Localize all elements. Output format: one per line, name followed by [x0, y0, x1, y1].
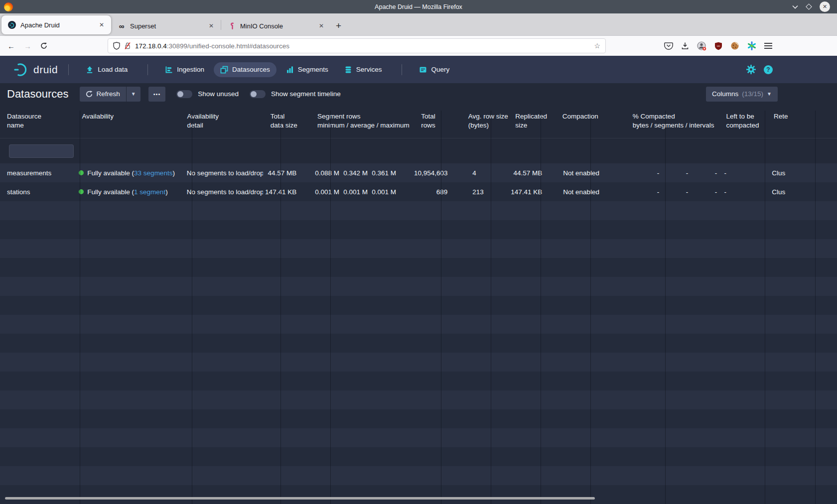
tab-minio-console[interactable]: MinIO Console ✕	[221, 16, 331, 35]
nav-item-query[interactable]: Query	[413, 62, 456, 77]
col-header-replicated-size[interactable]: Replicatedsize	[508, 105, 555, 138]
col-header-availability-detail[interactable]: Availabilitydetail	[180, 105, 263, 138]
tracking-shield-icon[interactable]	[113, 42, 120, 50]
toggle-label: Show unused	[198, 90, 239, 98]
window-titlebar: Apache Druid — Mozilla Firefox ✕	[0, 0, 837, 13]
url-toolbar: ← → 172.18.0.4:30899/unified-console.htm…	[0, 35, 837, 56]
table-filter-row	[0, 138, 837, 163]
col-header-segment-rows[interactable]: Segment rowsminimum / average / maximum	[310, 105, 414, 138]
window-close-icon[interactable]: ✕	[820, 1, 830, 12]
cell-replicated-size: 44.57 MB	[509, 169, 556, 177]
nav-item-ingestion[interactable]: Ingestion	[158, 62, 211, 77]
nav-item-label: Segments	[298, 66, 328, 73]
nav-item-services[interactable]: Services	[338, 62, 389, 77]
cell-datasource-name[interactable]: measurements	[0, 169, 75, 177]
downloads-icon[interactable]	[681, 42, 689, 50]
col-header-avg-row-size[interactable]: Avg. row size(bytes)	[461, 105, 508, 138]
account-icon[interactable]	[697, 41, 706, 51]
nav-item-load-data[interactable]: Load data	[79, 62, 134, 77]
toggle-track[interactable]	[250, 90, 266, 98]
table-row-stations[interactable]: stations Fully available (1 segment) No …	[0, 182, 837, 201]
nav-item-label: Load data	[98, 66, 128, 73]
minio-favicon	[228, 22, 236, 30]
cell-availability: Fully available (33 segments)	[75, 169, 180, 177]
cell-replicated-size: 147.41 KB	[509, 188, 556, 196]
cell-retention: Clus	[767, 169, 837, 177]
refresh-button[interactable]: Refresh	[80, 87, 126, 102]
ublock-icon[interactable]: uo	[714, 42, 722, 50]
svg-text:uo: uo	[717, 44, 720, 47]
cell-compaction: Not enabled	[556, 188, 626, 196]
ingestion-icon	[165, 66, 173, 74]
cell-availability-detail: No segments to load/drop	[180, 188, 263, 196]
back-button[interactable]: ←	[3, 42, 19, 50]
cell-total-rows: 10,954,603	[414, 169, 461, 177]
segments-link[interactable]: 33 segments	[134, 169, 172, 177]
col-header-compaction[interactable]: Compaction	[556, 105, 626, 138]
columns-label: Columns	[712, 90, 738, 98]
tab-close-icon[interactable]: ✕	[207, 21, 216, 30]
show-unused-toggle[interactable]: Show unused	[176, 90, 239, 98]
cell-datasource-name[interactable]: stations	[0, 188, 75, 196]
segments-link[interactable]: 1 segment	[134, 188, 165, 196]
availability-text: Fully available (33 segments)	[87, 169, 175, 177]
tab-close-icon[interactable]: ✕	[317, 21, 326, 30]
services-icon	[344, 66, 352, 74]
col-header-total-data-size[interactable]: Totaldata size	[264, 105, 310, 138]
nav-item-label: Query	[431, 66, 449, 73]
toggle-label: Show segment timeline	[271, 90, 341, 98]
more-actions-button[interactable]: •••	[148, 87, 166, 102]
cell-left-to-be-compacted: -	[719, 188, 767, 196]
table-row-measurements[interactable]: measurements Fully available (33 segment…	[0, 163, 837, 182]
col-header-total-rows[interactable]: Totalrows	[414, 105, 461, 138]
settings-gear-icon[interactable]	[746, 65, 756, 74]
cell-segment-rows: 0.088 M0.342 M0.361 M	[310, 169, 414, 177]
nav-item-datasources[interactable]: Datasources	[214, 62, 277, 77]
cookie-extension-icon[interactable]	[730, 41, 739, 50]
insecure-lock-icon[interactable]	[124, 42, 131, 50]
segments-icon	[286, 66, 294, 74]
bookmark-star-icon[interactable]: ☆	[594, 42, 600, 50]
table-header-row: Datasourcename Availability Availability…	[0, 105, 837, 138]
window-title: Apache Druid — Mozilla Firefox	[0, 3, 837, 10]
refresh-dropdown-button[interactable]: ▼	[127, 87, 140, 102]
col-header-retention[interactable]: Rete	[767, 105, 837, 138]
druid-logo[interactable]: druid	[14, 62, 58, 77]
query-icon	[419, 66, 427, 74]
cell-availability-detail: No segments to load/drop	[180, 169, 263, 177]
col-header-availability[interactable]: Availability	[75, 105, 180, 138]
show-segment-timeline-toggle[interactable]: Show segment timeline	[250, 90, 341, 98]
cell-availability: Fully available (1 segment)	[75, 188, 180, 196]
nav-item-segments[interactable]: Segments	[279, 62, 335, 77]
tab-close-icon[interactable]: ✕	[97, 20, 106, 29]
url-bar[interactable]: 172.18.0.4:30899/unified-console.html#da…	[108, 38, 606, 53]
reload-button[interactable]	[36, 42, 52, 49]
col-header-datasource-name[interactable]: Datasourcename	[0, 105, 75, 138]
window-maximize-icon[interactable]	[806, 3, 812, 10]
tab-superset[interactable]: ∞ Superset ✕	[111, 16, 221, 35]
cell-pct-compacted: ---	[626, 169, 719, 177]
new-tab-button[interactable]: +	[331, 20, 347, 35]
forward-button[interactable]: →	[19, 42, 36, 50]
col-header-pct-compacted[interactable]: % Compactedbytes / segments / intervals	[626, 105, 719, 138]
toggle-track[interactable]	[176, 90, 192, 98]
cell-pct-compacted: ---	[626, 188, 719, 196]
refresh-label: Refresh	[97, 90, 120, 98]
cell-retention: Clus	[767, 188, 837, 196]
cell-total-rows: 689	[414, 188, 461, 196]
druid-logo-icon	[14, 62, 29, 77]
view-control-bar: Datasources Refresh ▼ ••• Show unused Sh…	[0, 83, 837, 105]
window-minimize-icon[interactable]	[792, 5, 798, 9]
extension-asterisk-icon[interactable]	[747, 41, 756, 50]
tab-apache-druid[interactable]: Apache Druid ✕	[1, 15, 111, 34]
pocket-icon[interactable]	[664, 42, 673, 50]
col-header-left-to-be-compacted[interactable]: Left to becompacted	[719, 105, 767, 138]
menu-hamburger-icon[interactable]	[764, 42, 772, 49]
datasources-view: Datasources Refresh ▼ ••• Show unused Sh…	[0, 83, 837, 504]
columns-button[interactable]: Columns (13/15) ▼	[706, 87, 778, 102]
datasource-name-filter-input[interactable]	[9, 144, 74, 158]
horizontal-scrollbar[interactable]	[5, 497, 595, 500]
svg-text:?: ?	[766, 66, 770, 73]
nav-item-label: Services	[356, 66, 382, 73]
help-icon[interactable]: ?	[763, 65, 773, 75]
